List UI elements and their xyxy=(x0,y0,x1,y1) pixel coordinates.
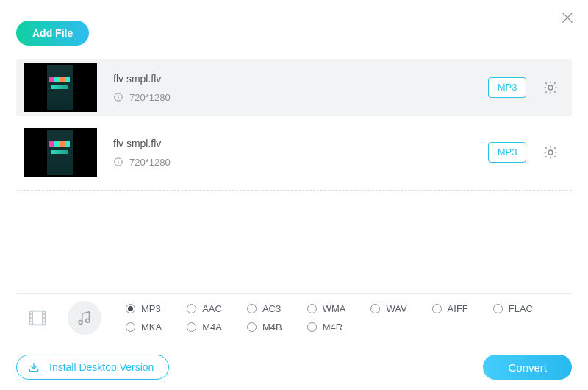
svg-point-5 xyxy=(548,85,553,90)
file-row[interactable]: flv smpl.flv 720*1280 MP3 xyxy=(16,59,572,116)
radio-icon xyxy=(370,304,380,313)
svg-point-19 xyxy=(79,320,82,324)
format-option-m4b[interactable]: M4B xyxy=(247,322,282,333)
radio-icon xyxy=(432,304,442,313)
file-thumbnail xyxy=(24,128,97,177)
format-bar: MP3AACAC3WMAWAVAIFFFLACMKAM4AM4BM4R xyxy=(16,293,572,341)
convert-button[interactable]: Convert xyxy=(483,355,572,380)
add-file-button[interactable]: Add File xyxy=(16,21,89,46)
file-resolution: 720*1280 xyxy=(129,92,171,103)
install-desktop-button[interactable]: Install Desktop Version xyxy=(16,355,169,380)
radio-icon xyxy=(307,304,317,313)
format-option-label: WMA xyxy=(323,303,346,314)
svg-point-20 xyxy=(86,319,90,322)
svg-point-4 xyxy=(118,95,118,96)
file-row[interactable]: flv smpl.flv 720*1280 MP3 xyxy=(16,124,572,181)
format-option-label: MP3 xyxy=(141,303,161,314)
radio-icon xyxy=(126,304,135,313)
format-option-flac[interactable]: FLAC xyxy=(493,303,533,314)
info-icon xyxy=(113,157,123,167)
radio-icon xyxy=(307,322,317,332)
gear-icon[interactable] xyxy=(542,144,559,160)
info-icon xyxy=(113,92,123,102)
video-mode-icon[interactable] xyxy=(21,301,54,335)
radio-icon xyxy=(187,304,196,313)
format-badge[interactable]: MP3 xyxy=(488,142,526,163)
format-option-label: M4A xyxy=(202,322,222,333)
radio-icon xyxy=(247,304,257,313)
format-option-wav[interactable]: WAV xyxy=(370,303,406,314)
svg-point-9 xyxy=(548,150,553,155)
download-icon xyxy=(27,361,40,374)
file-list: flv smpl.flv 720*1280 MP3 flv smpl.fl xyxy=(16,59,572,191)
format-option-label: M4R xyxy=(323,322,343,333)
file-thumbnail xyxy=(24,63,97,112)
gear-icon[interactable] xyxy=(542,79,559,96)
format-option-label: AAC xyxy=(202,303,222,314)
install-desktop-label: Install Desktop Version xyxy=(49,361,154,373)
format-option-aiff[interactable]: AIFF xyxy=(432,303,468,314)
format-badge[interactable]: MP3 xyxy=(488,77,526,98)
file-resolution: 720*1280 xyxy=(129,157,171,168)
close-icon[interactable] xyxy=(560,10,575,25)
format-option-aac[interactable]: AAC xyxy=(187,303,222,314)
format-option-ac3[interactable]: AC3 xyxy=(247,303,282,314)
format-option-m4r[interactable]: M4R xyxy=(307,322,346,333)
radio-icon xyxy=(126,322,135,332)
format-option-label: WAV xyxy=(386,303,406,314)
file-name: flv smpl.flv xyxy=(113,138,488,149)
radio-icon xyxy=(187,322,196,332)
list-separator xyxy=(16,190,572,191)
format-option-label: M4B xyxy=(262,322,282,333)
format-option-wma[interactable]: WMA xyxy=(307,303,346,314)
format-option-label: AC3 xyxy=(262,303,281,314)
divider xyxy=(112,302,112,334)
format-option-label: AIFF xyxy=(448,303,468,314)
format-option-label: MKA xyxy=(141,322,162,333)
audio-mode-icon[interactable] xyxy=(68,301,101,335)
file-name: flv smpl.flv xyxy=(113,73,488,85)
format-option-m4a[interactable]: M4A xyxy=(187,322,222,333)
radio-icon xyxy=(493,304,503,313)
format-option-mp3[interactable]: MP3 xyxy=(126,303,162,314)
radio-icon xyxy=(247,322,257,332)
svg-point-8 xyxy=(118,160,118,160)
format-option-label: FLAC xyxy=(509,303,533,314)
format-option-mka[interactable]: MKA xyxy=(126,322,162,333)
